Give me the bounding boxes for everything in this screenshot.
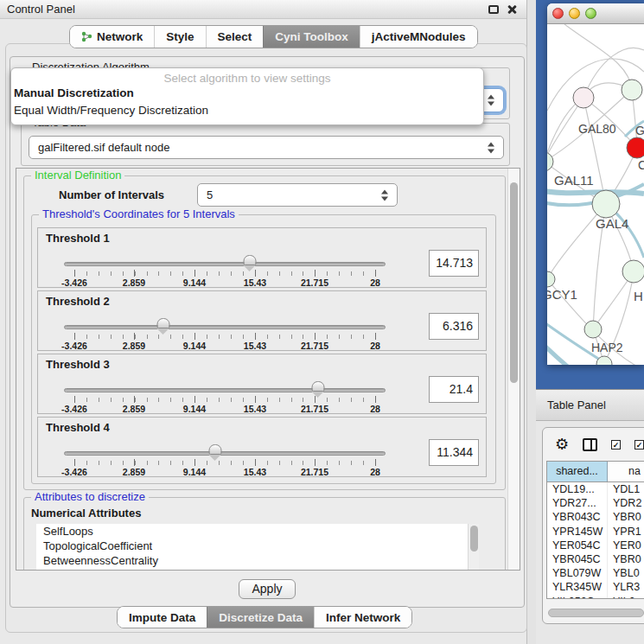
tick-label: -3.426: [61, 404, 87, 414]
algorithm-dropdown-popup: Select algorithm to view settings Manual…: [10, 67, 484, 125]
list-item[interactable]: TopologicalCoefficient: [36, 539, 479, 553]
apply-button[interactable]: Apply: [239, 579, 296, 599]
column-visibility-icon[interactable]: [583, 438, 597, 451]
tick-label: 15.43: [244, 277, 266, 288]
tick-label: 21.715: [301, 404, 328, 414]
network-node-selected[interactable]: [627, 137, 644, 158]
cell: YBL079W: [547, 566, 608, 580]
column-header-name[interactable]: na: [608, 462, 644, 481]
table-settings-gear-icon[interactable]: ⚙: [555, 437, 569, 452]
network-window-titlebar[interactable]: [547, 3, 644, 24]
major-tick: [255, 459, 256, 466]
tab-infer-network[interactable]: Infer Network: [314, 607, 411, 628]
close-icon[interactable]: [507, 4, 517, 15]
tab-discretize-data[interactable]: Discretize Data: [207, 607, 314, 628]
node-label: GAL4: [596, 216, 628, 231]
control-panel-titlebar: Control Panel: [0, 0, 526, 19]
deselect-all-checkbox-icon[interactable]: ✓: [634, 440, 644, 450]
tab-infer-network-label: Infer Network: [326, 607, 400, 628]
tab-network[interactable]: Network: [70, 26, 154, 48]
threshold-4-value-field[interactable]: 11.344: [429, 439, 479, 466]
network-node[interactable]: [547, 271, 555, 287]
slider-thumb[interactable]: [311, 381, 324, 392]
tab-cyni-toolbox[interactable]: Cyni Toolbox: [263, 26, 360, 48]
major-tick: [134, 270, 135, 277]
slider-thumb[interactable]: [208, 444, 221, 455]
slider-track[interactable]: [64, 325, 386, 329]
settings-scrollbar[interactable]: [507, 169, 520, 570]
tab-select-label: Select: [218, 26, 252, 48]
list-item[interactable]: BetweennessCentrality: [36, 553, 479, 568]
table-row[interactable]: YLR345W YLR3: [547, 580, 644, 594]
cell: YBR043C: [547, 510, 608, 524]
threshold-3-box: Threshold 3 -3.42: [37, 354, 487, 414]
control-panel: Control Panel Network Style Select Cyni …: [0, 0, 527, 644]
network-node[interactable]: [622, 80, 642, 100]
tick-label: 28: [370, 404, 380, 414]
tab-select[interactable]: Select: [206, 26, 264, 48]
table-row[interactable]: YDL19... YDL1: [547, 482, 644, 496]
node-label: GAL11: [554, 173, 594, 188]
tick-label: 21.715: [301, 277, 328, 288]
threshold-1-label: Threshold 1: [46, 232, 110, 245]
minimize-traffic-light[interactable]: [569, 8, 580, 19]
close-traffic-light[interactable]: [552, 8, 564, 19]
tab-style[interactable]: Style: [154, 26, 205, 48]
right-region: GAL80 G C GAL11 GAL4 GCY1 H HAP2 Table P…: [536, 0, 644, 644]
tab-jactivemnodules-label: jActiveMNodules: [372, 26, 466, 48]
select-all-checkbox-icon[interactable]: ✓: [611, 440, 621, 450]
tab-jactivemnodules[interactable]: jActiveMNodules: [360, 26, 477, 48]
node-label: GAL80: [578, 122, 616, 136]
network-node[interactable]: [573, 87, 594, 108]
number-of-intervals-spinner[interactable]: 5: [197, 183, 398, 207]
network-node[interactable]: [592, 190, 620, 218]
table-horizontal-scrollbar[interactable]: [548, 609, 644, 617]
major-tick: [134, 333, 135, 340]
threshold-3-value-field[interactable]: 21.4: [429, 376, 479, 403]
slider-minor-ticks: [74, 335, 376, 339]
slider-thumb[interactable]: [157, 318, 170, 328]
table-header-row: shared... na: [547, 462, 644, 482]
list-item[interactable]: SelfLoops: [36, 524, 479, 539]
cell: YPR1: [608, 525, 644, 539]
bottom-tab-bar: Impute Data Discretize Data Infer Networ…: [117, 606, 412, 628]
threshold-2-value-field[interactable]: 6.316: [429, 313, 479, 340]
slider-track[interactable]: [64, 388, 386, 392]
threshold-1-value-field[interactable]: 14.713: [429, 250, 479, 277]
network-icon: [81, 31, 92, 42]
list-scrollbar[interactable]: [468, 524, 479, 571]
table-row[interactable]: YBL079W YBL0: [547, 566, 644, 580]
algorithm-option-manual[interactable]: Manual Discretization: [11, 85, 483, 102]
cell: YER054C: [547, 539, 608, 552]
cell: YIL052C: [547, 595, 608, 600]
table-row[interactable]: YDR27... YDR2: [547, 496, 644, 510]
table-row[interactable]: YBR045C YBR0: [547, 552, 644, 566]
algorithm-option-equal-width[interactable]: Equal Width/Frequency Discretization: [11, 102, 483, 119]
network-canvas[interactable]: GAL80 G C GAL11 GAL4 GCY1 H HAP2: [547, 24, 644, 365]
thresholds-group: Threshold's Coordinates for 5 Intervals …: [31, 214, 496, 484]
settings-scrollbar-thumb[interactable]: [510, 182, 518, 383]
zoom-traffic-light[interactable]: [585, 8, 596, 19]
network-node[interactable]: [622, 260, 644, 283]
table-row[interactable]: YIL052C YIL0: [547, 595, 644, 600]
list-scrollbar-thumb[interactable]: [470, 526, 478, 552]
table-horizontal-scrollbar-thumb[interactable]: [548, 609, 644, 617]
cyni-toolbox-panel: Discretization Algorithm Table Data galF…: [5, 43, 527, 633]
table-row[interactable]: YPR145W YPR1: [547, 525, 644, 539]
slider-track[interactable]: [64, 262, 386, 266]
slider-thumb[interactable]: [243, 255, 256, 265]
column-header-shared-name[interactable]: shared...: [547, 462, 608, 481]
slider-track[interactable]: [64, 451, 386, 456]
table-row[interactable]: YBR043C YBR0: [547, 510, 644, 524]
network-node[interactable]: [584, 321, 602, 338]
tab-impute-data[interactable]: Impute Data: [118, 607, 207, 628]
table-row[interactable]: YER054C YER0: [547, 539, 644, 552]
network-node[interactable]: [547, 152, 553, 171]
tick-label: 2.859: [123, 404, 145, 414]
table-data-combobox[interactable]: galFiltered.sif default node: [29, 136, 504, 159]
major-tick: [315, 459, 316, 466]
major-tick: [74, 459, 75, 466]
tab-cyni-toolbox-label: Cyni Toolbox: [275, 26, 348, 48]
settings-scrollpane: Interval Definition Number of Intervals …: [16, 168, 520, 571]
float-window-icon[interactable]: [488, 5, 499, 14]
